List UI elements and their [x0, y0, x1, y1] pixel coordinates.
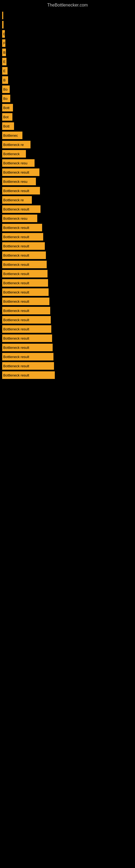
bar-19: Bottleneck result [2, 187, 40, 194]
bar-row: Bottleneck result [0, 251, 135, 259]
bar-row: Bottleneck result [0, 288, 135, 296]
bar-row: Bottleneck result [0, 279, 135, 287]
bar-2: E [2, 30, 5, 38]
bar-18: Bottleneck resu [2, 178, 36, 185]
bar-row: Bott [0, 122, 135, 130]
bar-33: Bottleneck result [2, 316, 51, 323]
bar-4: B [2, 49, 6, 56]
bar-26: Bottleneck result [2, 251, 46, 259]
bar-row: Bottlenec [0, 131, 135, 139]
bar-row: Bottleneck result [0, 325, 135, 333]
bar-row: Bottleneck resu [0, 178, 135, 185]
bar-row: Bottleneck result [0, 371, 135, 379]
bar-row: Bot [0, 113, 135, 121]
bar-24: Bottleneck result [2, 233, 43, 241]
bar-11: Bot [2, 113, 12, 121]
bar-row: Bottleneck re [0, 196, 135, 204]
bar-22: Bottleneck resu [2, 215, 37, 222]
bar-13: Bottlenec [2, 131, 22, 139]
bar-row: B [0, 76, 135, 84]
bar-row: Bottleneck result [0, 307, 135, 314]
bar-row: Bo [0, 86, 135, 93]
bar-row: Bottleneck result [0, 298, 135, 305]
bar-row: Bottleneck result [0, 224, 135, 231]
bar-row: Bott [0, 104, 135, 112]
bar-16: Bottleneck resu [2, 159, 35, 167]
bar-36: Bottleneck result [2, 344, 53, 351]
bar-17: Bottleneck result [2, 168, 39, 176]
bar-row: Bottleneck result [0, 335, 135, 342]
bar-row: Bottleneck result [0, 168, 135, 176]
bar-row: B [0, 49, 135, 56]
bar-7: B [2, 76, 8, 84]
bar-row: Bo [0, 95, 135, 102]
bar-3: F [2, 39, 5, 47]
bar-row: Bottleneck result [0, 205, 135, 213]
bar-34: Bottleneck result [2, 325, 51, 333]
bar-row: Bottleneck result [0, 353, 135, 361]
bar-row: Bottleneck result [0, 270, 135, 278]
bar-15: Bottleneck [2, 150, 26, 158]
bar-8: Bo [2, 86, 10, 93]
bar-row: Bottleneck result [0, 187, 135, 194]
bar-row: Bottleneck resu [0, 159, 135, 167]
bar-row: F [0, 39, 135, 47]
bar-23: Bottleneck result [2, 224, 42, 231]
bar-row: E [0, 58, 135, 65]
bar-row: Bottleneck result [0, 316, 135, 323]
bar-row: Bottleneck result [0, 362, 135, 370]
bar-row: | [0, 21, 135, 29]
bar-row: Bottleneck [0, 150, 135, 158]
bar-row: Bottleneck result [0, 242, 135, 250]
bar-39: Bottleneck result [2, 371, 55, 379]
bar-row: E [0, 30, 135, 38]
bar-25: Bottleneck result [2, 242, 45, 250]
bar-0: | [2, 12, 3, 19]
bar-9: Bo [2, 95, 10, 102]
bar-20: Bottleneck re [2, 196, 32, 204]
bar-30: Bottleneck result [2, 288, 49, 296]
bar-row: Bottleneck result [0, 233, 135, 241]
bar-10: Bott [2, 104, 13, 112]
bar-35: Bottleneck result [2, 335, 52, 342]
bar-row: Bottleneck result [0, 261, 135, 268]
bar-32: Bottleneck result [2, 307, 50, 314]
bar-31: Bottleneck result [2, 298, 49, 305]
bar-5: E [2, 58, 6, 65]
bar-38: Bottleneck result [2, 362, 54, 370]
bar-1: | [2, 21, 3, 29]
bar-28: Bottleneck result [2, 270, 48, 278]
bar-29: Bottleneck result [2, 279, 48, 287]
bar-27: Bottleneck result [2, 261, 47, 268]
bar-14: Bottleneck re [2, 141, 31, 148]
bar-12: Bott [2, 122, 14, 130]
bar-21: Bottleneck result [2, 205, 41, 213]
bar-row: Bottleneck re [0, 141, 135, 148]
bar-row: Bottleneck resu [0, 215, 135, 222]
bar-37: Bottleneck result [2, 353, 53, 361]
bar-row: E [0, 67, 135, 74]
bars-container: ||EFBEEBBoBoBottBotBottBottlenecBottlene… [0, 9, 135, 379]
bar-row: Bottleneck result [0, 344, 135, 351]
site-title: TheBottlenecker.com [0, 0, 135, 9]
bar-row: | [0, 12, 135, 19]
bar-6: E [2, 67, 8, 74]
